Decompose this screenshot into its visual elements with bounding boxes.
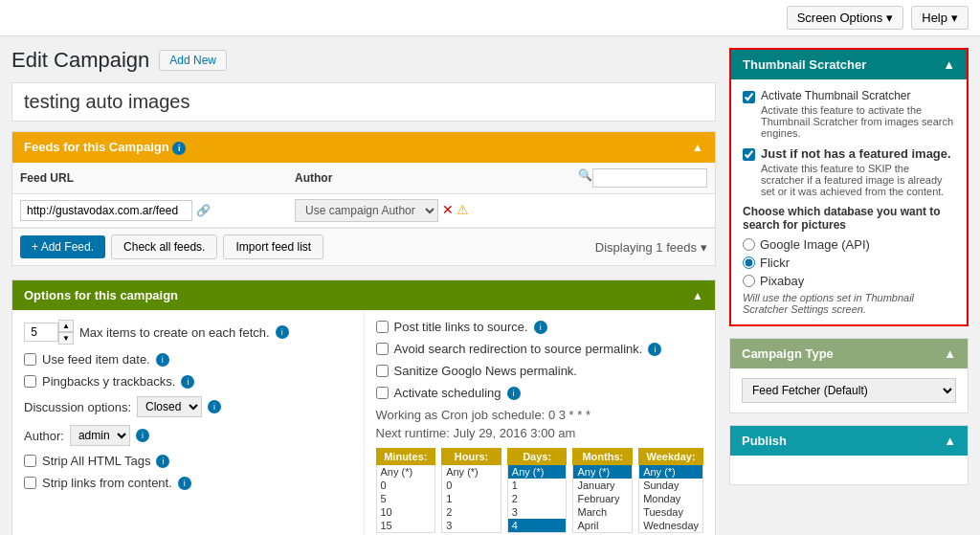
table-row: 🔗 Use campaign Author ✕ ⚠ [12, 194, 715, 228]
publish-toggle-icon: ▲ [944, 434, 956, 448]
list-item[interactable]: Tuesday [639, 505, 702, 519]
list-item[interactable]: Monday [639, 492, 702, 505]
page-title-row: Edit Campaign Add New [11, 48, 716, 73]
list-item[interactable]: 1 [442, 492, 501, 505]
list-item[interactable]: 4 [508, 519, 567, 532]
cal-months-list: Any (*) January February March April [572, 465, 633, 533]
feeds-info-icon[interactable]: i [172, 142, 186, 155]
sanitize-checkbox[interactable] [376, 365, 389, 377]
list-item[interactable]: 3 [442, 519, 501, 532]
author-info-icon[interactable]: i [136, 429, 149, 442]
list-item[interactable]: 2 [442, 505, 501, 519]
strip-links-checkbox[interactable] [24, 477, 36, 489]
options-section-title: Options for this campaign [24, 288, 178, 302]
list-item[interactable]: March [573, 505, 632, 519]
author-label: Author: [24, 429, 64, 443]
campaign-type-header[interactable]: Campaign Type ▲ [730, 339, 968, 368]
author-select[interactable]: admin [70, 425, 130, 446]
avoid-redirect-checkbox[interactable] [376, 343, 389, 355]
screen-options-button[interactable]: Screen Options ▾ [787, 6, 904, 30]
main-wrap: Edit Campaign Add New testing auto image… [0, 36, 980, 535]
discussion-row: Discussion options: Closed i [24, 396, 352, 417]
pixabay-radio[interactable] [743, 275, 755, 287]
strip-html-row: Strip All HTML Tags i [24, 454, 352, 468]
google-radio-row: Google Image (API) [743, 237, 955, 252]
strip-html-info-icon[interactable]: i [156, 455, 169, 468]
import-feed-button[interactable]: Import feed list [223, 234, 323, 259]
activate-scratcher-row: Activate Thumbnail Scratcher Activate th… [743, 89, 955, 139]
list-item[interactable]: Wednesday [639, 519, 702, 532]
list-item[interactable]: Sunday [639, 479, 702, 492]
activate-scratcher-checkbox[interactable] [743, 91, 755, 103]
post-title-info-icon[interactable]: i [534, 321, 547, 334]
help-button[interactable]: Help ▾ [911, 6, 969, 30]
pixabay-label: Pixabay [760, 274, 804, 288]
list-item[interactable]: 1 [508, 479, 567, 492]
add-feed-button[interactable]: + Add Feed. [20, 235, 105, 258]
feeds-table: Feed URL Author 🔍 🔗 [12, 163, 715, 228]
list-item[interactable]: 10 [377, 505, 435, 519]
cal-months: Months: Any (*) January February March A… [572, 448, 633, 533]
list-item[interactable]: Any (*) [639, 465, 702, 479]
feed-url-input[interactable] [20, 200, 192, 221]
pingbacks-checkbox[interactable] [24, 375, 36, 388]
list-item[interactable]: Any (*) [377, 465, 435, 479]
max-items-input[interactable] [24, 323, 58, 342]
cal-hours-list: Any (*) 0 1 2 3 [441, 465, 501, 533]
list-item[interactable]: 2 [508, 492, 567, 505]
check-feeds-button[interactable]: Check all feeds. [111, 234, 217, 259]
add-new-button[interactable]: Add New [159, 50, 227, 71]
link-icon[interactable]: 🔗 [196, 204, 211, 217]
options-col-left: ▲ ▼ Max items to create on each fetch. i… [12, 310, 365, 535]
feed-actions-bar: + Add Feed. Check all feeds. Import feed… [12, 228, 715, 265]
google-radio[interactable] [743, 238, 755, 251]
scheduling-info-icon[interactable]: i [507, 387, 521, 400]
use-feed-date-checkbox[interactable] [24, 353, 36, 366]
max-items-label: Max items to create on each fetch. [79, 325, 270, 340]
list-item[interactable]: Any (*) [508, 465, 567, 479]
list-item[interactable]: April [573, 519, 632, 532]
list-item[interactable]: 5 [377, 492, 435, 505]
strip-links-info-icon[interactable]: i [178, 477, 191, 490]
list-item[interactable]: February [573, 492, 632, 505]
feeds-section-header[interactable]: Feeds for this Campaign i ▲ [12, 132, 715, 163]
next-runtime-text: Next runtime: July 29, 2016 3:00 am [376, 426, 704, 440]
help-chevron-icon: ▾ [951, 11, 958, 25]
publish-box: Publish ▲ [729, 425, 969, 485]
flickr-radio[interactable] [743, 256, 755, 269]
discussion-info-icon[interactable]: i [208, 400, 221, 413]
avoid-redirect-info-icon[interactable]: i [648, 343, 661, 356]
publish-header[interactable]: Publish ▲ [730, 426, 968, 456]
max-items-up-button[interactable]: ▲ [58, 320, 74, 332]
remove-feed-icon[interactable]: ✕ [442, 202, 454, 217]
author-select[interactable]: Use campaign Author [295, 199, 438, 222]
displaying-chevron-icon: ▾ [701, 240, 707, 255]
pingbacks-label: Pingbacks y trackbacks. [42, 374, 175, 389]
warning-icon[interactable]: ⚠ [457, 202, 469, 217]
sanitize-row: Sanitize Googlo News permalink. [376, 364, 704, 378]
activate-scheduling-checkbox[interactable] [376, 387, 389, 399]
list-item[interactable]: 3 [508, 505, 567, 519]
list-item[interactable]: January [573, 479, 632, 492]
options-section-header[interactable]: Options for this campaign ▲ [12, 280, 715, 310]
use-feed-date-info-icon[interactable]: i [156, 353, 169, 367]
list-item[interactable]: 15 [377, 519, 435, 532]
max-items-info-icon[interactable]: i [276, 325, 289, 339]
strip-html-checkbox[interactable] [24, 455, 36, 467]
cal-days: Days: Any (*) 1 2 3 4 [507, 448, 568, 533]
thumbnail-scratcher-header[interactable]: Thumbnail Scratcher ▲ [731, 50, 967, 79]
feeds-search-input[interactable] [592, 168, 707, 188]
list-item[interactable]: 0 [442, 479, 501, 492]
pingbacks-info-icon[interactable]: i [181, 375, 194, 389]
list-item[interactable]: 0 [377, 479, 435, 492]
list-item[interactable]: Any (*) [442, 465, 501, 479]
list-item[interactable]: Any (*) [573, 465, 632, 479]
cal-days-header: Days: [507, 448, 568, 465]
thumbnail-scratcher-title: Thumbnail Scratcher [743, 57, 866, 72]
max-items-down-button[interactable]: ▼ [58, 332, 74, 345]
discussion-select[interactable]: Closed [137, 396, 202, 417]
just-if-checkbox[interactable] [743, 148, 755, 161]
cal-minutes-list: Any (*) 0 5 10 15 [376, 465, 436, 533]
campaign-type-select[interactable]: Feed Fetcher (Default) [742, 378, 956, 403]
post-title-checkbox[interactable] [376, 321, 389, 333]
